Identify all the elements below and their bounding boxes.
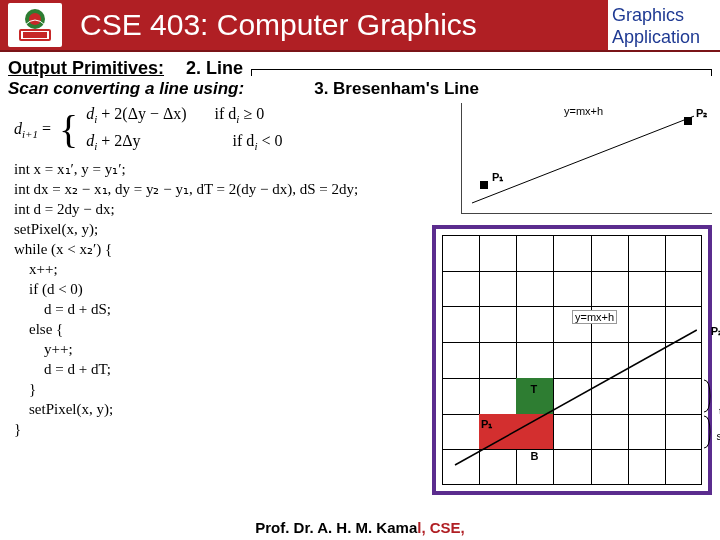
algorithm-code: int x = x₁′, y = y₁′; int dx = x₂ − x₁, … xyxy=(14,159,358,439)
grid-b-label: B xyxy=(530,450,538,462)
line-equation: y=mx+h xyxy=(562,105,605,117)
f-eq: = xyxy=(42,120,51,137)
section-row: Output Primitives: 2. Line xyxy=(0,52,720,79)
line-diagram-upper: y=mx+h P₁ P₂ xyxy=(461,103,712,214)
footer-credit: Prof. Dr. A. H. M. Kamal, CSE, xyxy=(0,519,720,536)
grid-equation: y=mx+h xyxy=(572,310,617,324)
brace-icon: { xyxy=(59,107,78,152)
pixel-grid-diagram: P₁ P₂ T B y=mx+h t s xyxy=(432,225,712,495)
f-r1b: + 2(Δy − Δx) xyxy=(97,105,186,122)
brace-ts-icon xyxy=(702,378,716,453)
svg-line-5 xyxy=(472,113,702,203)
point-p1: P₁ xyxy=(490,171,505,184)
f-lhs-sub: i+1 xyxy=(22,128,38,140)
algorithm-name: 3. Bresenham's Line xyxy=(314,79,479,99)
svg-rect-7 xyxy=(684,117,692,125)
university-logo xyxy=(8,3,62,47)
footer-suffix: l, CSE, xyxy=(417,519,465,536)
f-r2b: + 2Δy xyxy=(97,132,140,149)
svg-line-8 xyxy=(455,330,697,465)
subsection-row: Scan converting a line using: 3. Bresenh… xyxy=(0,79,720,99)
f-r2c: if d xyxy=(233,132,255,149)
footer-name: Prof. Dr. A. H. M. Kama xyxy=(255,519,417,536)
f-lhs: d xyxy=(14,120,22,137)
recurrence-formula: di+1 = { di + 2(Δy − Δx) if di ≥ 0 di + … xyxy=(14,103,282,157)
f-r2cb: < 0 xyxy=(257,132,282,149)
pixel-grid: P₁ P₂ T B y=mx+h t s xyxy=(442,235,702,485)
scan-label: Scan converting a line using: xyxy=(8,79,244,99)
corner-label: Graphics Application xyxy=(608,0,720,50)
svg-rect-2 xyxy=(23,32,47,38)
f-r1cb: ≥ 0 xyxy=(239,105,264,122)
grid-t-label: T xyxy=(530,383,537,395)
bracket-rule xyxy=(251,69,712,76)
header-bar: CSE 403: Computer Graphics Graphics Appl… xyxy=(0,0,720,52)
point-p2: P₂ xyxy=(694,107,709,120)
course-title: CSE 403: Computer Graphics xyxy=(80,8,477,42)
section-item: 2. Line xyxy=(186,58,243,79)
svg-rect-6 xyxy=(480,181,488,189)
corner-line1: Graphics xyxy=(612,4,716,26)
svg-point-4 xyxy=(29,13,41,25)
grid-p2-label: P₂ xyxy=(711,325,720,338)
corner-line2: Application xyxy=(612,26,716,48)
section-heading: Output Primitives: xyxy=(8,58,164,79)
grid-s-dist: s xyxy=(717,430,721,442)
grid-p1-label: P₁ xyxy=(481,418,492,431)
f-r1c: if d xyxy=(215,105,237,122)
